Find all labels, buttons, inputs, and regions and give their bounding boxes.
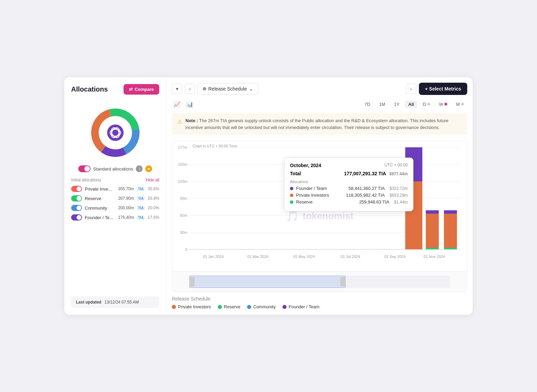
svg-text:150m: 150m xyxy=(178,162,188,166)
release-schedule-dropdown[interactable]: Release Schedule ⌄ xyxy=(198,83,258,95)
legend-row: Private Investors Reserve Community Foun… xyxy=(172,304,467,309)
right-panel: ▾ ‹ Release Schedule ⌄ › + Select Metric… xyxy=(166,77,473,315)
tooltip-dot xyxy=(290,194,293,197)
tooltip-row-value: 259,948.63 TIA xyxy=(359,199,389,205)
right-header: ▾ ‹ Release Schedule ⌄ › + Select Metric… xyxy=(172,83,467,95)
alloc-amount: 200.00m xyxy=(118,206,134,210)
svg-text:01 Jul 2024: 01 Jul 2024 xyxy=(341,255,360,259)
standard-alloc-row: Standard allocations i ★ xyxy=(71,165,159,172)
release-schedule-label: Release Schedule xyxy=(172,296,467,301)
donut-chart xyxy=(71,105,159,160)
tooltip-total-value: 177,007,291.32 TIA $977.44m xyxy=(344,171,408,176)
tia-badge: TIA xyxy=(137,206,145,210)
bar-founder-nov1 xyxy=(426,210,439,214)
filter-1y[interactable]: 1Y xyxy=(391,100,403,108)
note-icon: ⚠ xyxy=(177,118,182,126)
tooltip-total-label: Total xyxy=(290,171,301,176)
legend-dot xyxy=(282,305,287,309)
period-d[interactable]: D xyxy=(419,100,433,108)
standard-alloc-toggle[interactable] xyxy=(78,165,91,172)
svg-text:01 Sep 2024: 01 Sep 2024 xyxy=(384,255,406,259)
tooltip: October, 2024 UTC + 00:00 Total 177,007,… xyxy=(284,158,413,211)
legend-dot xyxy=(218,305,222,309)
compare-icon: ⇄ xyxy=(129,87,133,92)
alloc-name: Private Inve... xyxy=(85,186,115,192)
allocations-title: Allocations xyxy=(71,85,108,93)
alloc-name: Community xyxy=(85,206,115,211)
svg-text:01 May 2024: 01 May 2024 xyxy=(293,255,315,259)
initial-alloc-label: Initial allocations xyxy=(71,178,101,182)
standard-alloc-label: Standard allocations xyxy=(93,166,133,172)
info-badge: i xyxy=(136,165,143,172)
initial-alloc-header: Initial allocations Hide all xyxy=(71,178,159,182)
bar-private-nov2 xyxy=(444,214,457,248)
alloc-list: Private Inve... 355.70m TIA 35.6% Reserv… xyxy=(71,186,159,224)
bar-private-nov1 xyxy=(426,214,439,248)
alloc-pct: 17.6% xyxy=(148,215,159,220)
tooltip-dot xyxy=(290,187,293,190)
alloc-item: Private Inve... 355.70m TIA 35.6% xyxy=(71,186,159,192)
filter-1m[interactable]: 1M xyxy=(376,100,389,108)
alloc-item: Founder / Te... 176.40m TIA 17.6% xyxy=(71,214,159,220)
donut-wrapper xyxy=(88,105,143,160)
select-metrics-button[interactable]: + Select Metrics xyxy=(419,83,467,95)
dropdown-label: Release Schedule xyxy=(208,86,247,92)
next-btn[interactable]: › xyxy=(406,84,416,94)
tia-badge: TIA xyxy=(137,187,145,191)
left-header: Allocations ⇄ Compare xyxy=(71,84,159,95)
svg-text:01 Jan 2024: 01 Jan 2024 xyxy=(203,255,224,259)
line-chart-btn[interactable]: 📈 xyxy=(172,99,182,109)
svg-text:30m: 30m xyxy=(180,230,188,234)
bar-founder-nov2 xyxy=(444,210,457,214)
tooltip-date: October, 2024 xyxy=(290,163,321,168)
note-text: Note : The 267m TIA genesis supply unloc… xyxy=(185,117,462,131)
chart-utc-label: Chart in UTC + 00:00 Time xyxy=(193,144,237,148)
legend-dot xyxy=(247,305,251,309)
alloc-toggle[interactable] xyxy=(71,205,82,211)
tooltip-row-value: 118,305,982.42 TIA xyxy=(346,193,385,198)
time-filter-group: 7D 1M 1Y All D W M xyxy=(361,100,467,108)
tooltip-alloc-row: Reserve 259,948.63 TIA $1.44m xyxy=(290,199,408,205)
tooltip-row-usd: $1.44m xyxy=(394,200,408,205)
svg-text:177m: 177m xyxy=(178,145,188,149)
alloc-toggle[interactable] xyxy=(71,186,82,192)
bar-chart-btn[interactable]: 📊 xyxy=(185,99,195,109)
hide-all-link[interactable]: Hide all xyxy=(146,178,159,182)
svg-text:90m: 90m xyxy=(180,196,188,200)
alloc-toggle[interactable] xyxy=(71,214,82,220)
prev-btn[interactable]: ‹ xyxy=(185,84,195,94)
alloc-amount: 355.70m xyxy=(118,186,134,191)
last-updated: Last updated 13/12/24 07:55 AM xyxy=(71,296,159,308)
alloc-pct: 26.8% xyxy=(148,196,159,201)
legend-label: Founder / Team xyxy=(289,304,320,309)
alloc-name: Reserve xyxy=(85,196,115,201)
tooltip-row-name: Private Investors xyxy=(296,193,343,198)
tooltip-total-row: Total 177,007,291.32 TIA $977.44m xyxy=(290,171,408,176)
filter-7d[interactable]: 7D xyxy=(361,100,374,108)
period-m[interactable]: M xyxy=(453,100,467,108)
star-badge: ★ xyxy=(145,165,152,172)
period-m-dot xyxy=(461,103,464,105)
dropdown-toggle-btn[interactable]: ▾ xyxy=(172,84,182,94)
compare-button[interactable]: ⇄ Compare xyxy=(124,84,159,95)
alloc-item: Community 200.00m TIA 20.0% xyxy=(71,205,159,211)
legend-label: Community xyxy=(253,304,276,309)
filter-all[interactable]: All xyxy=(405,100,418,108)
svg-point-5 xyxy=(107,125,124,141)
svg-text:01 Mar 2024: 01 Mar 2024 xyxy=(247,255,268,259)
tia-badge: TIA xyxy=(137,215,145,220)
donut-center xyxy=(102,119,129,146)
svg-text:60m: 60m xyxy=(180,213,188,217)
minimap-handle-right[interactable] xyxy=(340,277,346,287)
tooltip-rows: Founder / Team 58,441,360.27 TIA $322.72… xyxy=(290,186,408,205)
dropdown-chevron: ⌄ xyxy=(249,86,253,92)
legend-label: Reserve xyxy=(224,304,240,309)
tia-badge: TIA xyxy=(137,196,145,201)
alloc-toggle[interactable] xyxy=(71,195,82,201)
minimap-handle-left[interactable] xyxy=(189,277,195,287)
period-w[interactable]: W xyxy=(436,100,451,108)
legend-item: Community xyxy=(247,304,276,309)
legend-dot xyxy=(172,305,176,309)
chart-area: Chart in UTC + 00:00 Time 177m 150m 120m… xyxy=(172,140,467,292)
tooltip-alloc-row: Founder / Team 58,441,360.27 TIA $322.72… xyxy=(290,186,408,191)
